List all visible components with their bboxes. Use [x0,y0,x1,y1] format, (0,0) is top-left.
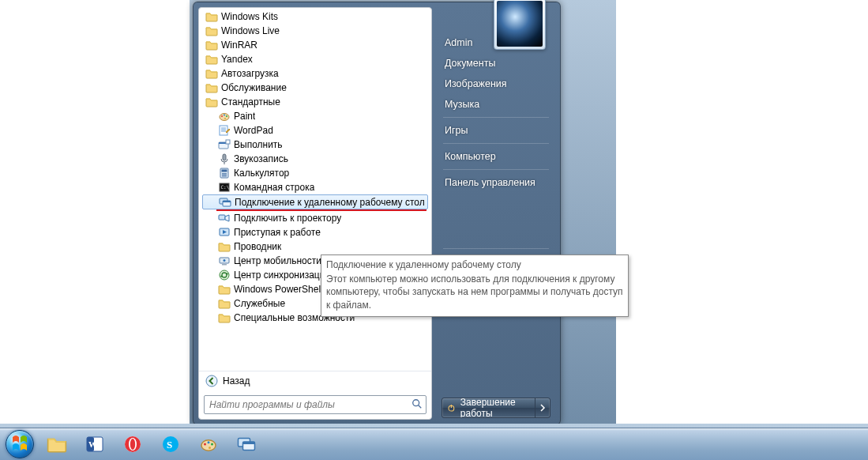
separator [443,143,549,144]
program-folder[interactable]: Windows Kits [202,9,428,24]
taskbar-explorer[interactable] [39,431,75,458]
program-item-paint[interactable]: Paint [202,109,428,123]
right-panel-link[interactable]: Музыка [435,94,557,115]
svg-rect-32 [222,264,227,266]
shutdown-main[interactable]: Завершение работы [442,398,535,417]
search-box[interactable] [204,395,426,414]
svg-point-20 [224,175,225,177]
svg-point-54 [209,447,211,449]
mobility-icon [218,255,231,267]
getstarted-icon [218,226,231,239]
svg-point-16 [222,173,224,175]
program-folder[interactable]: Обслуживание [202,81,428,95]
search-input[interactable] [208,398,411,411]
folder-icon [205,67,218,80]
program-item-rdp[interactable]: Подключение к удаленному рабочему столу [202,194,428,209]
taskbar-opera[interactable] [115,431,151,458]
svg-point-37 [413,399,419,405]
folder-icon [205,53,218,66]
svg-text:C:\: C:\ [221,184,230,190]
sync-icon [218,269,231,281]
item-label: Командная строка [234,182,314,193]
right-panel-link[interactable]: Документы [435,53,557,74]
folder-icon [205,96,218,108]
right-panel-link[interactable]: Игры [435,120,557,141]
separator [443,169,549,170]
taskbar-paint[interactable] [190,431,227,458]
explorer-icon [218,240,231,253]
program-item-run[interactable]: Выполнить [202,138,428,152]
svg-point-2 [224,115,225,116]
program-folder[interactable]: Yandex [202,52,428,66]
item-label: Подключить к проектору [234,213,341,224]
svg-rect-15 [222,170,227,172]
program-folder[interactable]: Windows Live [202,24,428,38]
folder-icon [218,283,231,296]
user-picture-frame[interactable] [494,0,546,50]
svg-point-17 [224,173,225,175]
item-label: Центр мобильности [234,255,321,266]
program-item-wordpad[interactable]: WordPad [202,123,428,138]
program-item-cmd[interactable]: C:\Командная строка [202,180,428,194]
program-item-calc[interactable]: Калькулятор [202,166,428,180]
skype-icon: S [160,434,181,454]
svg-point-53 [211,443,213,446]
item-label: Стандартные [221,96,280,107]
program-folder[interactable]: Стандартные [202,95,428,109]
svg-rect-11 [226,140,230,144]
svg-point-4 [224,118,226,119]
svg-rect-12 [223,154,226,160]
rdp-icon [237,435,256,454]
search-row [199,390,431,419]
item-label: Калькулятор [234,168,289,179]
right-panel-link[interactable]: Изображения [435,74,557,94]
svg-text:W: W [88,439,97,449]
item-label: Подключение к удаленному рабочему столу [235,197,424,208]
taskbar-skype[interactable]: S [152,431,189,458]
svg-point-21 [225,175,227,177]
shutdown-label: Завершение работы [460,398,530,418]
shutdown-options-arrow[interactable] [535,398,550,417]
svg-rect-26 [223,201,231,202]
item-label: Paint [234,111,255,122]
svg-point-18 [225,173,227,175]
projector-icon [218,212,231,224]
program-item-projector[interactable]: Подключить к проектору [202,211,428,225]
right-panel-link[interactable]: Панель управления [435,172,557,193]
svg-point-52 [208,441,210,443]
program-folder[interactable]: Автозагрузка [202,66,428,81]
opera-icon [122,434,143,454]
item-label: Автозагрузка [221,68,279,79]
svg-rect-57 [243,442,255,444]
svg-point-19 [222,175,224,177]
search-icon [411,398,423,412]
folder-icon [205,39,218,51]
paint-icon [218,110,231,123]
user-picture [497,1,543,47]
taskbar-rdp[interactable] [228,431,265,458]
svg-point-3 [226,115,227,117]
program-folder[interactable]: WinRAR [202,38,428,52]
program-item-getstarted[interactable]: Приступая к работе [202,225,428,239]
tooltip-title: Подключение к удаленному рабочему столу [326,258,623,271]
shutdown-button[interactable]: Завершение работы [442,398,550,418]
back-button[interactable]: Назад [199,371,431,390]
svg-point-1 [221,115,223,117]
cmd-icon: C:\ [218,181,231,194]
program-item-explorer[interactable]: Проводник [202,239,428,254]
svg-point-47 [130,439,135,450]
item-label: WordPad [234,125,273,136]
item-label: Windows Live [221,25,280,36]
program-item-soundrec[interactable]: Звукозапись [202,152,428,166]
svg-text:S: S [167,439,172,451]
calc-icon [218,167,231,179]
run-icon [218,138,231,151]
taskbar-word[interactable]: W [77,431,113,458]
svg-rect-27 [219,215,225,220]
item-label: Windows PowerShell [234,284,323,295]
item-label: Центр синхронизации [234,270,330,281]
right-panel-link[interactable]: Компьютер [435,146,557,167]
folder-icon [205,81,218,94]
windows-orb-icon [6,430,34,458]
start-button[interactable] [3,428,36,460]
